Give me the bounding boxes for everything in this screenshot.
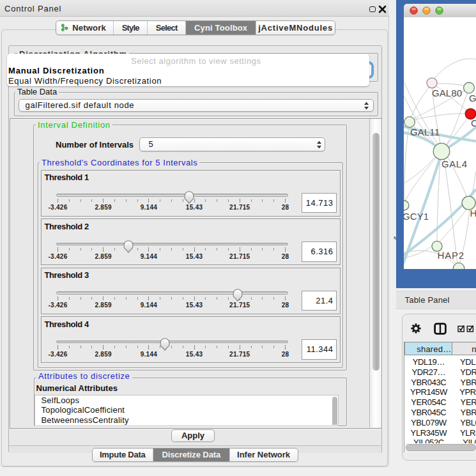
svg-text:GAL4: GAL4 [441,158,468,169]
svg-text:GAL80: GAL80 [432,88,462,98]
svg-text:C: C [471,118,476,128]
svg-text:HAP2: HAP2 [438,250,464,261]
svg-text:GA: GA [469,93,476,104]
svg-text:GCY1: GCY1 [404,211,429,222]
svg-text:H: H [470,208,476,219]
svg-text:GAL11: GAL11 [410,127,440,137]
